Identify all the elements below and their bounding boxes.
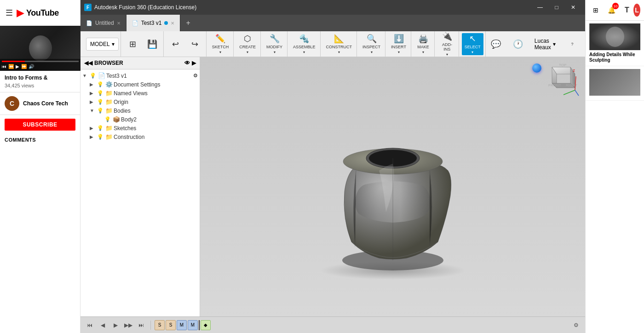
- grid-icon[interactable]: ⊞: [589, 4, 602, 17]
- tree-eye-views[interactable]: 💡: [97, 90, 104, 96]
- comment-button[interactable]: 💬: [487, 33, 505, 55]
- timeline-settings-button[interactable]: ⚙: [570, 320, 581, 331]
- minimize-button[interactable]: —: [532, 0, 548, 15]
- tree-item-origin[interactable]: ▶ 💡 📁 Origin: [80, 98, 200, 106]
- redo-button[interactable]: ↪: [186, 33, 204, 55]
- save-button[interactable]: 💾: [143, 33, 161, 55]
- timeline-next-button[interactable]: ▶▶: [123, 320, 134, 331]
- toolbar-modify-section: 🔧 MODIFY ▾: [262, 31, 288, 57]
- play-pause-icon[interactable]: ▶: [16, 64, 19, 69]
- rec-item-2[interactable]: [586, 66, 644, 101]
- select-label: SELECT: [465, 45, 481, 49]
- right-header-icons: ⊞ 🔔 10 T: [589, 4, 633, 17]
- channel-avatar[interactable]: C: [5, 96, 19, 111]
- timeline-prev-button[interactable]: ◀: [97, 320, 108, 331]
- timeline-item-1[interactable]: S: [166, 320, 176, 330]
- add-tab-button[interactable]: +: [180, 15, 196, 31]
- browser-eye-icon[interactable]: 👁: [184, 60, 190, 66]
- subscribe-button[interactable]: SUBSCRIBE: [5, 119, 75, 131]
- model-dropdown[interactable]: MODEL ▾: [86, 38, 119, 51]
- tree-item-named-views[interactable]: ▶ 💡 📁 Named Views: [80, 89, 200, 98]
- fusion-window: F Autodesk Fusion 360 (Education License…: [80, 0, 585, 333]
- modify-button[interactable]: 🔧 MODIFY ▾: [264, 33, 285, 55]
- tree-settings-root[interactable]: ⚙: [193, 73, 198, 79]
- tree-item-construction[interactable]: ▶ 💡 📁 Construction: [80, 132, 200, 141]
- progress-bar[interactable]: [2, 61, 79, 62]
- timeline-item-2[interactable]: M: [177, 320, 187, 330]
- tree-label-construction: Construction: [114, 134, 144, 140]
- user-menu[interactable]: Lucas Meaux ▾: [531, 36, 559, 52]
- timeline-start-button[interactable]: ⏮: [84, 320, 95, 331]
- addins-button[interactable]: 🔌 ADD-INS ▾: [437, 33, 457, 55]
- youtube-right-sidebar: ⊞ 🔔 10 T L Adding Details While Scu: [585, 0, 644, 333]
- construct-button[interactable]: 📐 CONSTRUCT ▾: [323, 33, 355, 55]
- navigation-cube[interactable]: Z FRONT RIGHT TOP: [543, 63, 580, 99]
- next-icon[interactable]: ⏩: [21, 64, 27, 69]
- title-bar: F Autodesk Fusion 360 (Education License…: [80, 0, 585, 15]
- tree-eye-sketches[interactable]: 💡: [97, 125, 104, 131]
- grid-apps-button[interactable]: ⊞: [124, 33, 142, 55]
- hamburger-icon[interactable]: ☰: [6, 8, 13, 18]
- svg-text:FRONT: FRONT: [548, 83, 561, 87]
- svg-text:TOP: TOP: [559, 63, 566, 67]
- insert-label: INSERT: [391, 45, 406, 49]
- timeline-play-button[interactable]: ▶: [110, 320, 121, 331]
- undo-button[interactable]: ↩: [167, 33, 185, 55]
- sketch-button[interactable]: ✏️ SKETCH ▾: [209, 33, 232, 55]
- tree-eye-origin[interactable]: 💡: [97, 99, 104, 105]
- volume-icon[interactable]: 🔊: [29, 64, 34, 69]
- letter-t-icon[interactable]: T: [621, 4, 633, 17]
- create-button[interactable]: ⬡ CREATE ▾: [236, 33, 259, 55]
- maximize-button[interactable]: □: [548, 0, 565, 15]
- browser-title: BROWSER: [94, 60, 123, 66]
- tree-item-root[interactable]: ▼ 💡 📄 Test3 v1 ⚙: [80, 71, 200, 80]
- rec-item-1[interactable]: Adding Details While Sculpting: [586, 21, 644, 66]
- tab-untitled-close[interactable]: ✕: [117, 21, 121, 26]
- tree-label-sketches: Sketches: [114, 125, 136, 132]
- history-button[interactable]: 🕐: [509, 33, 527, 55]
- tree-arrow-bodies: ▼: [90, 108, 96, 113]
- make-arrow: ▾: [422, 50, 424, 54]
- browser-expand-icon[interactable]: ▶: [192, 60, 196, 66]
- tree-item-doc-settings[interactable]: ▶ 💡 ⚙️ Document Settings: [80, 80, 200, 89]
- select-button[interactable]: ↖ SELECT ▾: [462, 33, 483, 55]
- timeline-item-0[interactable]: S: [155, 320, 165, 330]
- main-content: ◀◀ BROWSER 👁 ▶ ▼ 💡 📄 Test3 v1 ⚙: [80, 57, 585, 316]
- tree-icon-origin: 📁: [105, 98, 113, 105]
- user-avatar[interactable]: L: [633, 4, 640, 17]
- timeline-items: S S M M ◆: [155, 320, 569, 330]
- close-button[interactable]: ✕: [565, 0, 581, 15]
- inspect-button[interactable]: 🔍 INSPECT ▾: [360, 33, 383, 55]
- tree-eye-body2[interactable]: 💡: [104, 116, 112, 122]
- viewport[interactable]: Z FRONT RIGHT TOP COMMENTS: [200, 57, 585, 316]
- tree-eye-bodies[interactable]: 💡: [97, 108, 104, 114]
- help-button[interactable]: ?: [563, 33, 581, 55]
- tree-item-sketches[interactable]: ▶ 💡 📁 Sketches: [80, 124, 200, 132]
- tab-test3v1[interactable]: 📄 Test3 v1 ✕: [126, 15, 181, 31]
- tree-eye-root[interactable]: 💡: [90, 73, 97, 79]
- tab-untitled[interactable]: 📄 Untitled ✕: [80, 15, 126, 31]
- assemble-button[interactable]: 🔩 ASSEMBLE ▾: [290, 33, 318, 55]
- timeline-item-4[interactable]: ◆: [201, 320, 211, 330]
- tree-label-views: Named Views: [114, 90, 148, 97]
- youtube-logo[interactable]: ▶ YouTube: [17, 7, 59, 19]
- modify-icon: 🔧: [270, 34, 280, 44]
- tree-item-body2[interactable]: 💡 📦 Body2: [80, 115, 200, 124]
- timeline-item-3[interactable]: M: [188, 320, 198, 330]
- notification-icon[interactable]: 🔔 10: [605, 4, 618, 17]
- browser-collapse[interactable]: ◀◀ BROWSER: [84, 60, 123, 66]
- timeline-end-button[interactable]: ⏭: [136, 320, 147, 331]
- tree-arrow-origin: ▶: [90, 99, 96, 104]
- tree-eye-construction[interactable]: 💡: [97, 134, 104, 140]
- prev-icon[interactable]: ⏪: [8, 64, 14, 69]
- tree-item-bodies[interactable]: ▼ 💡 📁 Bodies: [80, 106, 200, 115]
- insert-button[interactable]: ⬇️ INSERT ▾: [388, 33, 409, 55]
- tree-eye-doc[interactable]: 💡: [97, 81, 104, 87]
- help-icon: ?: [571, 42, 573, 46]
- tree-label-bodies: Bodies: [114, 108, 131, 114]
- play-icon[interactable]: ⏮: [2, 64, 6, 69]
- video-thumbnail[interactable]: ⏮ ⏪ ▶ ⏩ 🔊: [0, 26, 80, 71]
- make-button[interactable]: 🖨️ MAKE ▾: [414, 33, 432, 55]
- tab-test3v1-close[interactable]: ✕: [171, 21, 174, 26]
- video-controls[interactable]: ⏮ ⏪ ▶ ⏩ 🔊: [2, 64, 79, 69]
